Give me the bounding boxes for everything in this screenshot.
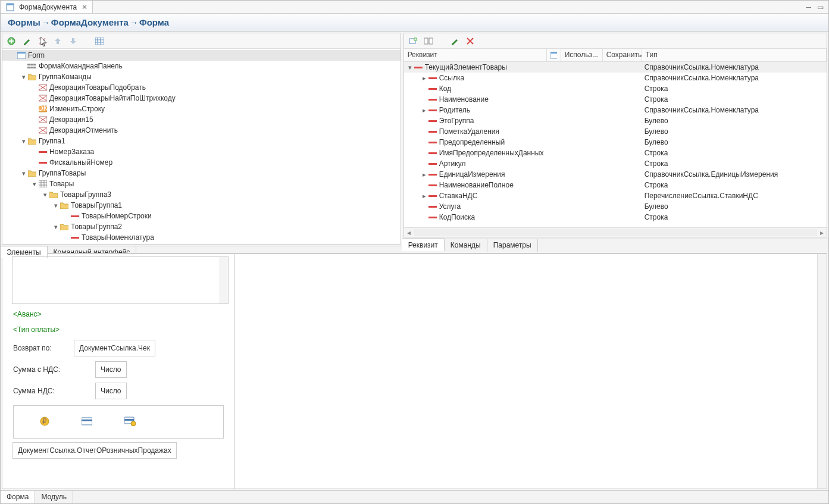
grid-row[interactable]: ▸ЕдиницаИзмеренияСправочникСсылка.Единиц… bbox=[404, 169, 827, 180]
grid-row[interactable]: ПредопределенныйБулево bbox=[404, 137, 827, 148]
svg-rect-18 bbox=[39, 151, 47, 153]
breadcrumb-part[interactable]: Форма bbox=[139, 17, 169, 27]
tab-commands[interactable]: Команды bbox=[445, 239, 487, 252]
grid-row[interactable]: ▸СсылкаСправочникСсылка.Номенклатура bbox=[404, 73, 827, 83]
move-down-icon[interactable] bbox=[68, 36, 79, 46]
grid-row[interactable]: ПометкаУдаленияБулево bbox=[404, 126, 827, 137]
column-icon[interactable] bbox=[547, 49, 561, 61]
tree-node[interactable]: ▾ГруппаТовары bbox=[2, 168, 401, 179]
sum-with-nds-value[interactable]: Число bbox=[95, 361, 127, 378]
deco-icon bbox=[38, 94, 48, 102]
preview-scrollbar[interactable] bbox=[817, 254, 827, 489]
move-up-icon[interactable] bbox=[52, 36, 63, 46]
tree-twisty-icon[interactable]: ▾ bbox=[52, 202, 60, 209]
requisites-grid[interactable]: ▾ТекущийЭлементТоварыСправочникСсылка.Но… bbox=[404, 62, 827, 227]
tree-node[interactable]: ДекорацияОтменить bbox=[2, 125, 401, 136]
tree-node[interactable]: ▾Группа1 bbox=[2, 136, 401, 146]
tree-node[interactable]: ▾ГруппаКоманды bbox=[2, 71, 401, 82]
scroll-right-icon[interactable]: ▸ bbox=[817, 228, 827, 237]
payment-type-link[interactable]: <Тип оплаты> bbox=[2, 322, 234, 337]
maximize-icon[interactable]: ▭ bbox=[817, 3, 824, 11]
elements-tree[interactable]: FormФормаКоманднаяПанель▾ГруппаКомандыДе… bbox=[2, 49, 401, 244]
tree-twisty-icon[interactable]: ▾ bbox=[20, 73, 27, 81]
tree-node[interactable]: ДекорацияТоварыНайтиПоШтрихкоду bbox=[2, 93, 401, 104]
tree-node[interactable]: ▾Товары bbox=[2, 179, 401, 189]
return-value[interactable]: ДокументСсылка.Чек bbox=[74, 340, 155, 356]
tree-node[interactable]: ТоварыНоменклатура bbox=[2, 232, 401, 243]
tree-node[interactable]: ▾ТоварыГруппа1 bbox=[2, 200, 401, 211]
grid-row[interactable]: НаименованиеПолноеСтрока bbox=[404, 180, 827, 190]
tree-node-label: ГруппаКоманды bbox=[39, 73, 92, 81]
ruble-icon[interactable]: ₽ bbox=[40, 417, 49, 428]
grid-row[interactable]: АртикулСтрока bbox=[404, 158, 827, 169]
scroll-left-icon[interactable]: ◂ bbox=[404, 228, 414, 237]
minimize-icon[interactable]: ─ bbox=[806, 3, 811, 11]
grid-row[interactable]: ▸СтавкаНДСПеречислениеСсылка.СтавкиНДС bbox=[404, 190, 827, 201]
report-reference[interactable]: ДокументСсылка.ОтчетОРозничныхПродажах bbox=[12, 442, 177, 459]
preview-right-area bbox=[235, 253, 827, 489]
grid-row-name: Код bbox=[439, 84, 451, 93]
tree-twisty-icon[interactable]: ▾ bbox=[52, 223, 60, 231]
column-save[interactable]: Сохранить bbox=[603, 49, 642, 61]
tab-parameters[interactable]: Параметры bbox=[487, 239, 538, 252]
add-icon[interactable] bbox=[6, 36, 17, 46]
tree-twisty-icon[interactable]: ▸ bbox=[421, 74, 428, 82]
editor-tab[interactable]: ФормаДокумента ✕ bbox=[1, 1, 93, 13]
grid-row-type: Булево bbox=[642, 117, 827, 125]
edit-icon[interactable] bbox=[21, 36, 32, 46]
sum-nds-value[interactable]: Число bbox=[95, 383, 127, 399]
tree-twisty-icon[interactable]: ▾ bbox=[20, 137, 27, 145]
tab-form[interactable]: Форма bbox=[1, 491, 35, 503]
editor-tab-label: ФормаДокумента bbox=[19, 3, 77, 11]
grid-row-type: Строка bbox=[642, 149, 827, 157]
tree-twisty-icon[interactable]: ▸ bbox=[421, 107, 428, 114]
grid-row[interactable]: ▸РодительСправочникСсылка.Номенклатура bbox=[404, 105, 827, 115]
tree-twisty-icon[interactable]: ▾ bbox=[20, 170, 27, 177]
horizontal-scrollbar[interactable]: ◂ ▸ bbox=[404, 227, 827, 237]
field-icon bbox=[428, 74, 437, 82]
grid-row-name: ИмяПредопределенныхДанных bbox=[439, 149, 544, 157]
breadcrumb-part[interactable]: ФормаДокумента bbox=[51, 17, 129, 27]
add-requisite-icon[interactable] bbox=[408, 36, 418, 46]
delete-icon[interactable] bbox=[37, 36, 48, 46]
tree-node[interactable]: ФискальныйНомер bbox=[2, 157, 401, 168]
document-icon bbox=[5, 3, 15, 11]
tree-node[interactable]: ТоварыНомерСтроки bbox=[2, 211, 401, 221]
column-type[interactable]: Тип bbox=[642, 49, 827, 61]
tree-twisty-icon[interactable]: ▾ bbox=[31, 180, 38, 188]
card-cash-icon[interactable] bbox=[124, 417, 136, 428]
tree-node[interactable]: ФормаКоманднаяПанель bbox=[2, 61, 401, 71]
avance-link[interactable]: <Аванс> bbox=[2, 306, 234, 322]
edit-icon[interactable] bbox=[449, 36, 460, 46]
tree-twisty-icon[interactable]: ▾ bbox=[42, 191, 49, 199]
tree-twisty-icon[interactable]: ▸ bbox=[421, 192, 428, 200]
column-use[interactable]: Использ... bbox=[561, 49, 603, 61]
grid-row[interactable]: КодСтрока bbox=[404, 83, 827, 94]
preview-inner-scrollbar[interactable] bbox=[220, 257, 228, 303]
grid-row[interactable]: ИмяПредопределенныхДанныхСтрока bbox=[404, 148, 827, 158]
card-icon[interactable] bbox=[82, 417, 92, 427]
close-icon[interactable]: ✕ bbox=[82, 3, 87, 11]
svg-rect-19 bbox=[39, 162, 47, 164]
tree-node[interactable]: Декорация15 bbox=[2, 114, 401, 125]
grid-row[interactable]: ЭтоГруппаБулево bbox=[404, 115, 827, 126]
grid-icon[interactable] bbox=[94, 36, 105, 46]
tree-twisty-icon[interactable]: ▸ bbox=[421, 171, 428, 179]
columns-icon[interactable] bbox=[423, 36, 434, 46]
tree-node[interactable]: OKИзменитьСтроку bbox=[2, 104, 401, 114]
tab-requisite[interactable]: Реквизит bbox=[402, 239, 445, 251]
breadcrumb-part[interactable]: Формы bbox=[8, 17, 40, 27]
column-requisite[interactable]: Реквизит bbox=[404, 49, 547, 61]
grid-row[interactable]: ▾ТекущийЭлементТоварыСправочникСсылка.Но… bbox=[404, 62, 827, 73]
tree-node[interactable]: НомерЗаказа bbox=[2, 146, 401, 157]
delete-icon[interactable] bbox=[465, 36, 475, 46]
tree-node[interactable]: ДекорацияТоварыПодобрать bbox=[2, 82, 401, 93]
tree-node[interactable]: Form bbox=[2, 50, 401, 61]
tab-module[interactable]: Модуль bbox=[35, 491, 73, 503]
tree-node[interactable]: ▾ТоварыГруппа3 bbox=[2, 189, 401, 200]
tree-twisty-icon[interactable]: ▾ bbox=[406, 64, 414, 71]
grid-row[interactable]: УслугаБулево bbox=[404, 201, 827, 212]
grid-row[interactable]: НаименованиеСтрока bbox=[404, 94, 827, 105]
grid-row[interactable]: КодПоискаСтрока bbox=[404, 212, 827, 223]
tree-node[interactable]: ▾ТоварыГруппа2 bbox=[2, 221, 401, 232]
